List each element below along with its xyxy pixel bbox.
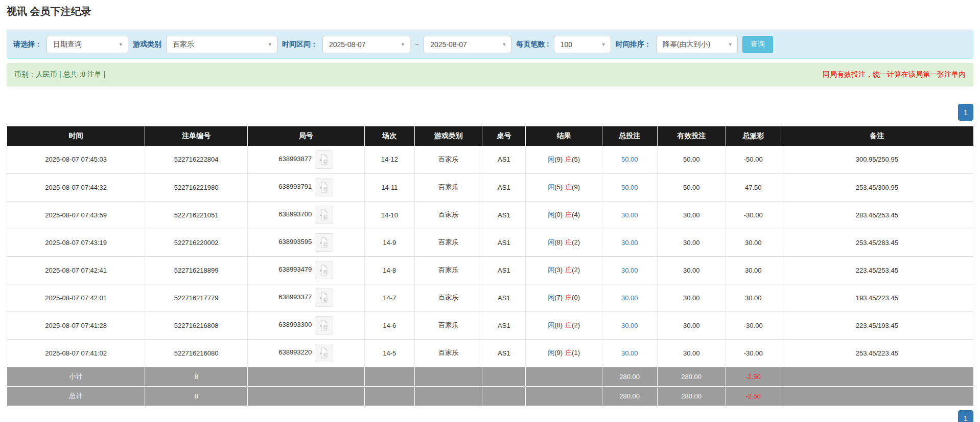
video-replay-button[interactable] [315, 206, 333, 224]
cell-game-type: 百家乐 [414, 256, 482, 284]
round-id-text: 638993300 [278, 321, 312, 328]
total-bet-link[interactable]: 30.00 [621, 239, 638, 247]
total-bet-link[interactable]: 30.00 [621, 294, 638, 302]
video-file-icon [319, 237, 329, 248]
total-count: 8 [145, 386, 247, 406]
cell-bet-id: 522716222804 [145, 146, 247, 173]
col-header-payout: 总派彩 [726, 126, 781, 146]
total-bet-link[interactable]: 30.00 [621, 266, 638, 274]
banker-result-label: 庄 [565, 238, 572, 246]
date-to-select[interactable]: 2025-08-07 ▼ [424, 36, 511, 53]
video-replay-button[interactable] [315, 261, 333, 279]
page-size-select[interactable]: 100 ▼ [554, 36, 611, 53]
video-replay-button[interactable] [315, 150, 333, 169]
cell-result: 闲(9)庄(1) [526, 339, 602, 367]
cell-total-bet: 30.00 [602, 256, 657, 284]
subtotal-row: 小计 8 280.00 280.00 -2.50 [7, 367, 973, 386]
game-type-select[interactable]: 百家乐 ▼ [166, 36, 277, 53]
cell-bet-id: 522716216080 [145, 339, 247, 367]
cell-game-type: 百家乐 [414, 284, 482, 312]
video-replay-button[interactable] [315, 178, 333, 196]
total-bet-link[interactable]: 50.00 [621, 184, 638, 191]
banker-result-score: (2) [572, 266, 580, 274]
cell-session: 14-5 [364, 339, 414, 367]
cell-session: 14-10 [364, 201, 414, 229]
search-button[interactable]: 查询 [742, 36, 773, 53]
cell-round-id: 638993479 [247, 256, 364, 284]
page-1-button[interactable]: 1 [958, 104, 973, 121]
total-bet-link[interactable]: 30.00 [621, 322, 638, 329]
col-header-session: 场次 [364, 126, 414, 146]
cell-valid-bet: 30.00 [657, 229, 726, 256]
col-header-remark: 备注 [781, 126, 973, 146]
video-replay-button[interactable] [315, 288, 333, 307]
video-replay-button[interactable] [315, 233, 333, 252]
video-file-icon [319, 264, 329, 276]
cell-time: 2025-08-07 07:42:41 [7, 256, 145, 284]
banker-result-label: 庄 [565, 349, 572, 357]
total-bet-link[interactable]: 30.00 [621, 211, 638, 219]
chevron-down-icon: ▼ [502, 42, 506, 47]
chevron-down-icon: ▼ [268, 42, 272, 47]
cell-remark: 253.45/300.95 [781, 173, 973, 201]
video-replay-button[interactable] [315, 344, 333, 362]
sort-order-value: 降幂(由大到小) [663, 40, 710, 49]
select-type-label: 请选择： [13, 40, 42, 49]
player-result-score: (0) [554, 211, 563, 218]
page-1-button[interactable]: 1 [958, 410, 973, 422]
cell-total-bet: 30.00 [602, 201, 657, 229]
player-result-score: (5) [554, 183, 563, 191]
table-row: 2025-08-07 07:44:32 522716221980 6389937… [7, 173, 973, 201]
total-row: 总计 8 280.00 280.00 -2.50 [7, 386, 973, 406]
cell-time: 2025-08-07 07:45:03 [7, 146, 145, 173]
total-payout: -2.50 [726, 386, 781, 406]
banker-result-score: (2) [572, 238, 580, 246]
cell-round-id: 638993700 [247, 201, 364, 229]
banker-result-score: (9) [572, 183, 580, 191]
player-result-label: 闲 [548, 321, 554, 329]
cell-remark: 253.45/223.45 [781, 339, 973, 367]
bets-table: 时间 注单编号 局号 场次 游戏类别 桌号 结果 总投注 有效投注 总派彩 备注… [7, 126, 973, 406]
cell-result: 闲(9)庄(5) [526, 146, 602, 173]
total-bet-link[interactable]: 30.00 [621, 349, 638, 357]
col-header-table-no: 桌号 [482, 126, 526, 146]
table-row: 2025-08-07 07:43:59 522716221051 6389937… [7, 201, 973, 229]
total-bet-link[interactable]: 50.00 [621, 156, 638, 163]
cell-valid-bet: 30.00 [657, 339, 726, 367]
cell-session: 14-11 [364, 173, 414, 201]
banker-result-label: 庄 [565, 211, 572, 218]
cell-table-no: AS1 [482, 229, 526, 256]
sort-order-select[interactable]: 降幂(由大到小) ▼ [656, 36, 738, 53]
banker-result-label: 庄 [565, 266, 572, 274]
video-replay-button[interactable] [315, 316, 333, 335]
cell-total-bet: 50.00 [602, 173, 657, 201]
player-result-label: 闲 [548, 238, 554, 246]
cell-remark: 223.45/193.45 [781, 312, 973, 339]
cell-time: 2025-08-07 07:44:32 [7, 173, 145, 201]
time-range-label: 时间区间： [282, 40, 318, 49]
col-header-time: 时间 [7, 126, 145, 146]
table-row: 2025-08-07 07:43:19 522716220002 6389935… [7, 229, 973, 256]
round-id-text: 638993479 [278, 265, 312, 273]
date-from-select[interactable]: 2025-08-07 ▼ [322, 36, 410, 53]
cell-bet-id: 522716218899 [145, 256, 247, 284]
cell-game-type: 百家乐 [414, 339, 482, 367]
round-id-text: 638993377 [278, 293, 312, 301]
banker-result-score: (4) [572, 211, 580, 218]
cell-payout: 30.00 [726, 284, 781, 312]
cell-result: 闲(7)庄(0) [526, 284, 602, 312]
cell-session: 14-9 [364, 229, 414, 256]
banker-result-label: 庄 [565, 294, 572, 301]
banker-result-label: 庄 [565, 321, 572, 329]
cell-game-type: 百家乐 [414, 229, 482, 256]
table-row: 2025-08-07 07:42:41 522716218899 6389934… [7, 256, 973, 284]
cell-valid-bet: 50.00 [657, 173, 726, 201]
total-label: 总计 [7, 386, 145, 406]
table-header-row: 时间 注单编号 局号 场次 游戏类别 桌号 结果 总投注 有效投注 总派彩 备注 [7, 126, 973, 146]
query-type-select[interactable]: 日期查询 ▼ [46, 36, 128, 53]
cell-table-no: AS1 [482, 173, 526, 201]
cell-total-bet: 30.00 [602, 312, 657, 339]
col-header-round-id: 局号 [247, 126, 364, 146]
table-row: 2025-08-07 07:41:02 522716216080 6389932… [7, 339, 973, 367]
cell-payout: -30.00 [726, 339, 781, 367]
